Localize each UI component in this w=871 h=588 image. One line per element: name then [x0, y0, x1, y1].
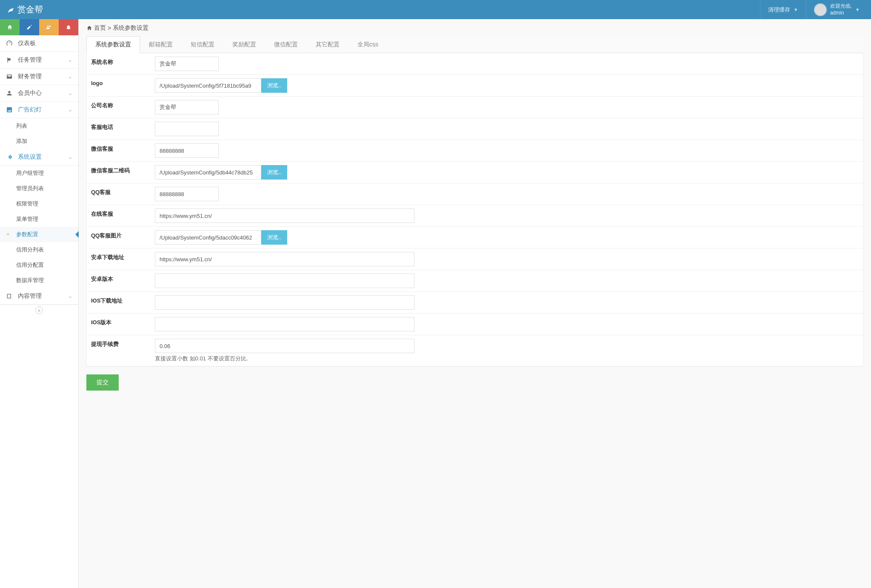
home-button[interactable] — [0, 19, 20, 35]
sidebar-item-ads-list[interactable]: 列表 — [0, 118, 78, 134]
welcome-text: 欢迎光临, admin — [830, 3, 852, 16]
input-logo[interactable] — [155, 78, 261, 93]
sidebar-item-tasks[interactable]: 任务管理 ⌄ — [0, 52, 78, 69]
clear-cache-button[interactable]: 清理缓存 ▾ — [760, 0, 805, 19]
browse-logo-button[interactable]: 浏览.. — [261, 78, 287, 93]
input-wechat[interactable] — [155, 143, 219, 158]
sidebar-item-finance[interactable]: 财务管理 ⌄ — [0, 69, 78, 85]
label-android-ver: 安卓版本 — [87, 270, 151, 291]
tabs: 系统参数设置 邮箱配置 短信配置 奖励配置 微信配置 其它配置 全局css — [86, 36, 863, 53]
label-android-url: 安卓下载地址 — [87, 248, 151, 270]
inbox-icon — [6, 73, 14, 80]
caret-down-icon: ▾ — [856, 6, 859, 13]
tab-wechat[interactable]: 微信配置 — [265, 36, 307, 53]
input-qqimg[interactable] — [155, 230, 261, 245]
input-android-ver[interactable] — [155, 274, 414, 288]
label-company: 公司名称 — [87, 97, 151, 118]
sidebar-item-creditconfig[interactable]: 信用分配置 — [0, 257, 78, 273]
collapse-sidebar-button[interactable]: « — [35, 306, 43, 314]
sidebar-item-permission[interactable]: 权限管理 — [0, 196, 78, 211]
input-fee[interactable] — [155, 339, 414, 353]
sidebar-item-params[interactable]: 参数配置 — [0, 227, 78, 242]
input-android-url[interactable] — [155, 252, 414, 266]
tab-css[interactable]: 全局css — [348, 36, 387, 53]
label-ios-ver: IOS版本 — [87, 314, 151, 335]
sidebar-item-dbmgmt[interactable]: 数据库管理 — [0, 273, 78, 288]
sidebar-item-ads[interactable]: 广告幻灯 ⌄ — [0, 102, 78, 118]
label-logo: logo — [87, 75, 151, 96]
sidebar-item-adminlist[interactable]: 管理员列表 — [0, 181, 78, 196]
flag-icon — [6, 57, 14, 63]
breadcrumb-current: 系统参数设置 — [113, 24, 148, 32]
browse-wechat-qr-button[interactable]: 浏览.. — [261, 165, 287, 180]
label-ios-url: IOS下载地址 — [87, 292, 151, 313]
tab-sms[interactable]: 短信配置 — [182, 36, 223, 53]
header-right: 清理缓存 ▾ 欢迎光临, admin ▾ — [760, 0, 867, 19]
user-icon — [6, 90, 14, 97]
label-online: 在线客服 — [87, 205, 151, 226]
top-header: 赏金帮 清理缓存 ▾ 欢迎光临, admin ▾ — [0, 0, 871, 19]
fee-help-text: 直接设置小数 如0.01 不要设置百分比, — [155, 355, 859, 363]
sidebar: 仪表板 任务管理 ⌄ 财务管理 ⌄ 会员中心 ⌄ 广告幻灯 ⌄ 列表 添加 系 — [0, 19, 79, 588]
caret-down-icon: ▾ — [794, 6, 797, 13]
input-ios-ver[interactable] — [155, 317, 414, 331]
avatar — [814, 3, 827, 16]
input-qq[interactable] — [155, 187, 219, 201]
sidebar-item-dashboard[interactable]: 仪表板 — [0, 35, 78, 52]
submit-button[interactable]: 提交 — [86, 374, 119, 391]
tab-email[interactable]: 邮箱配置 — [140, 36, 182, 53]
leaf-icon — [6, 6, 15, 14]
sidebar-item-creditlist[interactable]: 信用分列表 — [0, 242, 78, 257]
edit-button[interactable] — [20, 19, 39, 35]
brand-logo[interactable]: 赏金帮 — [0, 0, 49, 19]
quick-buttons — [0, 19, 78, 35]
tab-system[interactable]: 系统参数设置 — [86, 36, 140, 53]
label-wechat: 微信客服 — [87, 140, 151, 161]
sidebar-item-member[interactable]: 会员中心 ⌄ — [0, 85, 78, 102]
chevron-down-icon: ⌄ — [68, 293, 72, 299]
tab-other[interactable]: 其它配置 — [307, 36, 348, 53]
alert-button[interactable] — [59, 19, 78, 35]
tab-reward[interactable]: 奖励配置 — [223, 36, 265, 53]
label-phone: 客服电话 — [87, 118, 151, 140]
dashboard-icon — [6, 40, 14, 47]
book-icon — [6, 293, 14, 300]
label-fee: 提现手续费 — [87, 335, 151, 366]
sidebar-item-usergroup[interactable]: 用户组管理 — [0, 166, 78, 181]
input-phone[interactable] — [155, 122, 219, 136]
breadcrumb-home[interactable]: 首页 — [94, 24, 106, 32]
main-content: 首页 > 系统参数设置 系统参数设置 邮箱配置 短信配置 奖励配置 微信配置 其… — [79, 19, 871, 588]
brand-text: 赏金帮 — [17, 4, 43, 15]
breadcrumb: 首页 > 系统参数设置 — [86, 24, 863, 32]
settings-form: 系统名称 logo 浏览.. 公司名称 客服电话 微信客服 — [86, 53, 863, 367]
sidebar-item-content[interactable]: 内容管理 ⌄ — [0, 288, 78, 305]
home-icon — [86, 25, 92, 31]
user-menu[interactable]: 欢迎光临, admin ▾ — [806, 0, 867, 19]
label-qq: QQ客服 — [87, 183, 151, 205]
browse-qqimg-button[interactable]: 浏览.. — [261, 230, 287, 245]
label-wechat-qr: 微信客服二维码 — [87, 162, 151, 183]
label-sys-name: 系统名称 — [87, 53, 151, 74]
input-wechat-qr[interactable] — [155, 165, 261, 180]
input-sys-name[interactable] — [155, 57, 219, 71]
chevron-down-icon: ⌄ — [68, 74, 72, 80]
sidebar-item-menu[interactable]: 菜单管理 — [0, 211, 78, 227]
input-company[interactable] — [155, 100, 219, 114]
label-qqimg: QQ客服图片 — [87, 227, 151, 248]
chevron-down-icon: ⌄ — [68, 90, 72, 96]
chevron-down-icon: ⌄ — [68, 154, 72, 160]
chevron-down-icon: ⌄ — [68, 107, 72, 113]
chevron-down-icon: ⌄ — [68, 57, 72, 63]
input-online[interactable] — [155, 208, 414, 223]
sidebar-item-ads-add[interactable]: 添加 — [0, 134, 78, 149]
users-button[interactable] — [39, 19, 59, 35]
image-icon — [6, 106, 14, 113]
input-ios-url[interactable] — [155, 295, 414, 310]
sidebar-item-system[interactable]: 系统设置 ⌄ — [0, 149, 78, 166]
gear-icon — [6, 154, 14, 160]
